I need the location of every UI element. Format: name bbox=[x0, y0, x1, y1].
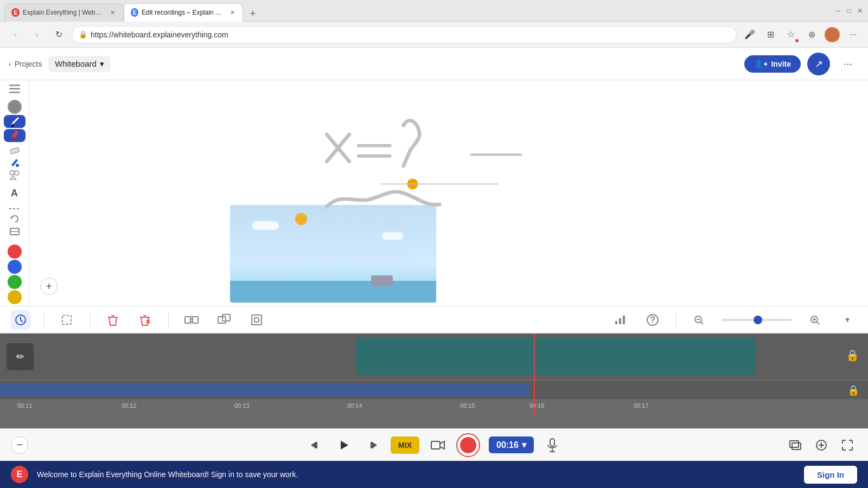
play-pause-button[interactable] bbox=[334, 435, 354, 455]
fill-tool[interactable] bbox=[4, 156, 25, 168]
profiles-icon[interactable] bbox=[824, 26, 841, 43]
mix-button[interactable]: MIX bbox=[391, 436, 419, 454]
fullscreen-button[interactable] bbox=[838, 435, 857, 455]
extensions-icon[interactable]: ⊞ bbox=[762, 26, 779, 43]
timeline-zoom-in[interactable] bbox=[805, 310, 825, 330]
delete-all-button[interactable] bbox=[136, 310, 155, 330]
menu-toggle-button[interactable] bbox=[4, 85, 25, 93]
red-color-button[interactable] bbox=[4, 245, 25, 259]
stroke-style-button[interactable] bbox=[4, 206, 25, 212]
playhead[interactable] bbox=[534, 333, 535, 380]
svg-rect-42 bbox=[431, 441, 440, 449]
trim-clip-button[interactable] bbox=[247, 310, 266, 330]
maximize-button[interactable]: □ bbox=[845, 7, 853, 15]
help-button[interactable] bbox=[643, 310, 662, 330]
svg-line-32 bbox=[700, 322, 703, 324]
browser-tab-1[interactable]: E Explain Everything | Web W... ✕ bbox=[4, 3, 124, 22]
time-dropdown-icon: ▾ bbox=[522, 440, 526, 450]
mix-label: MIX bbox=[398, 441, 412, 450]
ee-logo: E bbox=[11, 466, 28, 483]
add-button[interactable] bbox=[812, 435, 831, 455]
whiteboard-dropdown[interactable]: Whiteboard ▾ bbox=[48, 56, 111, 72]
time-marker-12: 00:12 bbox=[122, 402, 137, 409]
fast-forward-button[interactable] bbox=[362, 435, 382, 455]
rewind-button[interactable] bbox=[306, 435, 326, 455]
svg-rect-9 bbox=[10, 171, 14, 175]
svg-line-36 bbox=[816, 322, 819, 324]
svg-rect-17 bbox=[62, 316, 71, 324]
pencil-edit-icon[interactable]: ✏ bbox=[10, 347, 30, 367]
svg-point-8 bbox=[16, 164, 19, 167]
track-lock-button[interactable]: 🔒 bbox=[846, 349, 859, 362]
svg-rect-0 bbox=[9, 85, 20, 86]
text-tool[interactable]: A bbox=[4, 188, 25, 199]
pencil-clip-box: ✏ bbox=[7, 343, 34, 370]
timeline-area[interactable]: ✏ 🔒 🔒 bbox=[0, 333, 868, 428]
blue-color-button[interactable] bbox=[4, 260, 25, 274]
record-indicator bbox=[460, 437, 476, 453]
time-marker-13: 00:13 bbox=[234, 402, 250, 409]
svg-rect-25 bbox=[615, 321, 617, 324]
invite-label: Invite bbox=[771, 60, 791, 68]
duplicate-clip-button[interactable] bbox=[214, 310, 234, 330]
tab1-close[interactable]: ✕ bbox=[108, 8, 117, 17]
eraser-tool[interactable] bbox=[4, 143, 25, 155]
pen-tool[interactable] bbox=[4, 115, 25, 128]
undo-button[interactable] bbox=[4, 213, 25, 225]
more-options-button[interactable]: ··· bbox=[837, 53, 859, 75]
svg-rect-27 bbox=[623, 316, 625, 324]
forward-nav-button[interactable]: › bbox=[28, 26, 46, 43]
address-bar[interactable]: 🔒 https://whiteboard.explaineverything.c… bbox=[72, 26, 737, 43]
stats-button[interactable] bbox=[610, 310, 630, 330]
menu-icon[interactable]: ··· bbox=[844, 26, 861, 43]
svg-rect-24 bbox=[254, 318, 259, 322]
timeline-dropdown-button[interactable]: ▾ bbox=[838, 310, 857, 330]
collections-icon[interactable]: ⊛ bbox=[803, 26, 820, 43]
invite-button[interactable]: 👤+ Invite bbox=[744, 55, 801, 73]
left-toolbar: A bbox=[0, 80, 29, 306]
drawing-canvas[interactable] bbox=[29, 80, 868, 306]
whiteboard-canvas[interactable]: + bbox=[29, 80, 868, 306]
tab2-close[interactable]: ✕ bbox=[228, 8, 236, 17]
timeline-zoom-out[interactable] bbox=[689, 310, 709, 330]
canvas-zoom-button[interactable]: + bbox=[40, 278, 58, 295]
time-display[interactable]: 00:16 ▾ bbox=[489, 436, 534, 453]
time-marker-16: 00:16 bbox=[529, 402, 545, 409]
layers-button[interactable] bbox=[4, 226, 25, 238]
add-scene-button[interactable] bbox=[786, 435, 805, 455]
svg-rect-38 bbox=[316, 442, 317, 448]
teal-clip-segment[interactable] bbox=[356, 338, 755, 375]
split-clip-button[interactable] bbox=[182, 310, 201, 330]
time-marker-15: 00:15 bbox=[460, 402, 475, 409]
new-tab-button[interactable]: + bbox=[245, 7, 260, 22]
delete-clip-button[interactable] bbox=[103, 310, 123, 330]
zoom-slider-thumb[interactable] bbox=[754, 316, 762, 324]
color-selector[interactable] bbox=[4, 100, 25, 114]
microphone-button[interactable] bbox=[542, 435, 562, 455]
green-color-button[interactable] bbox=[4, 275, 25, 289]
svg-rect-47 bbox=[790, 441, 799, 447]
clip-edit-button[interactable] bbox=[11, 310, 30, 330]
audio-track-lock-button[interactable]: 🔒 bbox=[847, 384, 859, 396]
share-button[interactable]: ↗ bbox=[807, 53, 830, 75]
back-to-projects-button[interactable]: ‹ Projects bbox=[9, 60, 42, 68]
favorites-icon[interactable]: ☆ bbox=[782, 26, 800, 43]
refresh-button[interactable]: ↻ bbox=[50, 26, 67, 43]
sign-in-button[interactable]: Sign In bbox=[804, 466, 857, 484]
back-nav-button[interactable]: ‹ bbox=[7, 26, 24, 43]
video-record-button[interactable] bbox=[428, 435, 448, 455]
canvas-zoom-minus-button[interactable]: − bbox=[11, 436, 28, 454]
shapes-tool[interactable] bbox=[4, 169, 25, 181]
invite-person-icon: 👤+ bbox=[754, 60, 768, 68]
time-marker-17: 00:17 bbox=[634, 402, 649, 409]
highlighter-tool[interactable] bbox=[4, 129, 25, 142]
close-button[interactable]: ✕ bbox=[856, 7, 864, 15]
browser-tab-2[interactable]: E Edit recordings – Explain Everyth... ✕ bbox=[124, 3, 243, 22]
svg-rect-7 bbox=[10, 147, 20, 154]
microphone-icon[interactable]: 🎤 bbox=[741, 26, 758, 43]
user-avatar bbox=[825, 27, 840, 42]
yellow-color-button[interactable] bbox=[4, 290, 25, 304]
record-button[interactable] bbox=[456, 433, 480, 457]
lasso-select-button[interactable] bbox=[57, 310, 76, 330]
minimize-button[interactable]: ─ bbox=[834, 7, 842, 15]
